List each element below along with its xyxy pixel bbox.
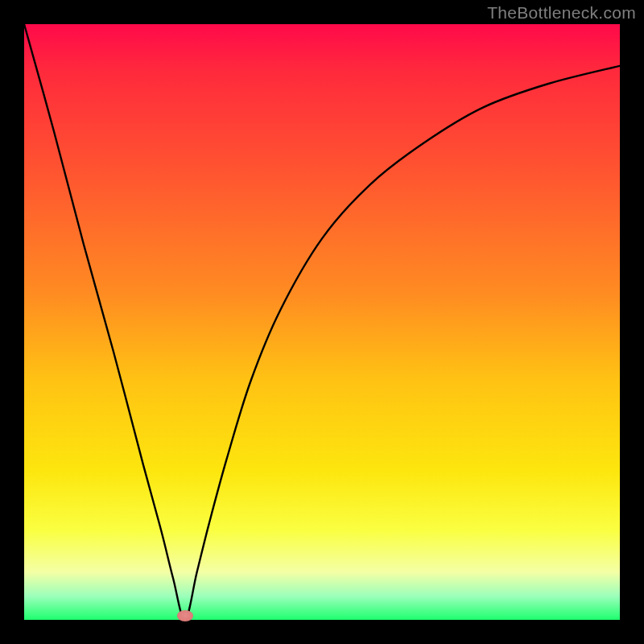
bottleneck-curve: [24, 24, 620, 620]
chart-frame: TheBottleneck.com: [0, 0, 644, 644]
watermark-text: TheBottleneck.com: [487, 3, 636, 23]
min-point-marker: [177, 610, 193, 621]
plot-area: [24, 24, 620, 620]
